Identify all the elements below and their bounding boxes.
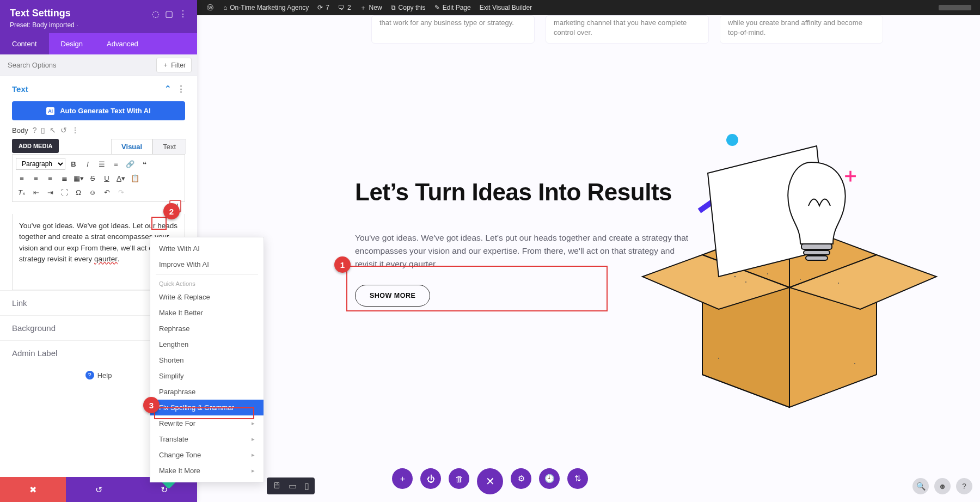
filter-button[interactable]: ＋Filter	[156, 58, 192, 72]
mi-shorten[interactable]: Shorten	[150, 352, 264, 368]
underline-icon[interactable]: U	[101, 172, 113, 184]
mi-make-more[interactable]: Make It More▸	[150, 463, 264, 479]
add-media-button[interactable]: ADD MEDIA	[12, 139, 59, 153]
wp-edit[interactable]: ✎Edit Page	[430, 0, 475, 15]
emoji-icon[interactable]: ☺	[87, 186, 99, 198]
mi-quick-header: Quick Actions	[150, 277, 264, 289]
omega-icon[interactable]: Ω	[72, 186, 84, 198]
group-text[interactable]: Text ⌃⋮	[12, 84, 185, 94]
feedback-icon[interactable]: ☻	[934, 478, 951, 494]
settings-action[interactable]: ⚙	[511, 468, 531, 489]
ai-context-menu: Write With AI Improve With AI Quick Acti…	[150, 237, 264, 482]
layout-icon[interactable]: ▢	[165, 9, 173, 19]
mi-improve[interactable]: Improve With AI	[150, 256, 264, 272]
chevron-right-icon: ▸	[252, 467, 255, 474]
fullscreen-icon[interactable]: ⛶	[58, 186, 70, 198]
close-action[interactable]: ✕	[477, 468, 503, 494]
help-icon[interactable]: ?	[33, 126, 37, 134]
chevron-right-icon: ▸	[252, 420, 255, 427]
undo-button[interactable]: ↺	[66, 477, 132, 502]
mi-fix-spelling[interactable]: Fix Spelling & Grammar	[150, 400, 264, 415]
tab-design[interactable]: Design	[49, 33, 95, 54]
align-center-icon[interactable]: ≡	[30, 172, 42, 184]
wp-updates[interactable]: ⟳7	[313, 0, 334, 15]
quote-icon[interactable]: ❝	[138, 158, 150, 170]
mi-rephrase[interactable]: Rephrase	[150, 321, 264, 336]
wp-comments[interactable]: 🗨2	[334, 0, 356, 15]
page-canvas[interactable]: that work for any business type or strat…	[197, 15, 980, 502]
kebab-icon[interactable]: ⋮	[71, 126, 79, 134]
outdent-icon[interactable]: ⇤	[30, 186, 42, 198]
align-left-icon[interactable]: ≡	[16, 172, 28, 184]
table-icon[interactable]: ▦▾	[72, 172, 84, 184]
link-icon[interactable]: 🔗	[124, 158, 136, 170]
wp-exit[interactable]: Exit Visual Builder	[475, 0, 537, 15]
drag-icon[interactable]: ◌	[152, 9, 160, 19]
user-blur	[939, 5, 971, 10]
card-3: while you create brand affinity and beco…	[720, 15, 883, 44]
desktop-icon[interactable]: 🖥	[272, 481, 281, 491]
swap-action[interactable]: ⇅	[567, 468, 588, 489]
tablet-icon[interactable]: ▭	[289, 481, 297, 491]
reset-icon[interactable]: ↺	[60, 126, 67, 134]
tab-content[interactable]: Content	[0, 33, 49, 54]
wp-site[interactable]: ⌂On-Time Marketing Agency	[219, 0, 313, 15]
tab-advanced[interactable]: Advanced	[95, 33, 150, 54]
trash-action[interactable]: 🗑	[449, 468, 469, 489]
mi-translate[interactable]: Translate▸	[150, 431, 264, 447]
cancel-button[interactable]: ✖	[0, 477, 66, 502]
ol-icon[interactable]: ≡	[110, 158, 122, 170]
paragraph-select[interactable]: Paragraph	[16, 158, 65, 170]
card-1: that work for any business type or strat…	[371, 15, 535, 44]
strike-icon[interactable]: S	[87, 172, 99, 184]
wp-user[interactable]	[934, 0, 976, 15]
svg-point-13	[838, 283, 839, 284]
show-more-button[interactable]: SHOW MORE	[355, 285, 430, 307]
add-action[interactable]: ＋	[392, 468, 413, 489]
chevron-right-icon: ▸	[252, 451, 255, 458]
pencil-icon: ✎	[434, 4, 440, 11]
wp-logo[interactable]: ⓦ	[201, 0, 219, 15]
mobile-icon[interactable]: ▯	[41, 126, 45, 134]
align-right-icon[interactable]: ≡	[44, 172, 56, 184]
indent-icon[interactable]: ⇥	[44, 186, 56, 198]
mi-make-better[interactable]: Make It Better	[150, 305, 264, 321]
sidebar-preset[interactable]: Preset: Body imported ·	[10, 21, 152, 29]
hover-icon[interactable]: ↖	[50, 126, 56, 134]
help-corner-icon[interactable]: ?	[956, 478, 972, 494]
annotation-1: 1	[334, 256, 351, 273]
ai-badge-icon: AI	[46, 107, 54, 115]
chevron-right-icon: ▸	[252, 436, 255, 443]
kebab-icon[interactable]: ⋮	[177, 84, 185, 93]
wp-copy[interactable]: ⧉Copy this	[387, 0, 430, 15]
svg-point-8	[734, 276, 736, 277]
clear-icon[interactable]: Tₓ	[16, 186, 28, 198]
mi-rewrite-for[interactable]: Rewrite For▸	[150, 415, 264, 431]
auto-generate-ai-button[interactable]: AI Auto Generate Text With AI	[12, 101, 185, 120]
mi-lengthen[interactable]: Lengthen	[150, 336, 264, 352]
mi-simplify[interactable]: Simplify	[150, 368, 264, 384]
ul-icon[interactable]: ☰	[96, 158, 108, 170]
mi-write[interactable]: Write With AI	[150, 241, 264, 256]
refresh-icon: ⟳	[317, 4, 323, 11]
kebab-icon[interactable]: ⋮	[179, 9, 187, 19]
bold-icon[interactable]: B	[68, 158, 79, 170]
mi-change-tone[interactable]: Change Tone▸	[150, 447, 264, 463]
italic-icon[interactable]: I	[82, 158, 94, 170]
redo-icon[interactable]: ↷	[115, 186, 127, 198]
search-input[interactable]	[5, 58, 152, 72]
align-justify-icon[interactable]: ≣	[58, 172, 70, 184]
editor-tab-visual[interactable]: Visual	[111, 139, 152, 154]
textcolor-icon[interactable]: A▾	[115, 172, 127, 184]
mi-write-replace[interactable]: Write & Replace	[150, 289, 264, 305]
wp-new[interactable]: ＋New	[356, 0, 387, 15]
power-action[interactable]: ⏻	[420, 468, 441, 489]
undo-icon[interactable]: ↶	[101, 186, 113, 198]
editor-tab-text[interactable]: Text	[152, 139, 186, 154]
zoom-icon[interactable]: 🔍	[912, 478, 929, 494]
device-switcher: 🖥 ▭ ▯	[267, 477, 315, 494]
paste-icon[interactable]: 📋	[129, 172, 141, 184]
phone-icon[interactable]: ▯	[304, 481, 309, 491]
history-action[interactable]: 🕘	[539, 468, 560, 489]
mi-paraphrase[interactable]: Paraphrase	[150, 384, 264, 400]
